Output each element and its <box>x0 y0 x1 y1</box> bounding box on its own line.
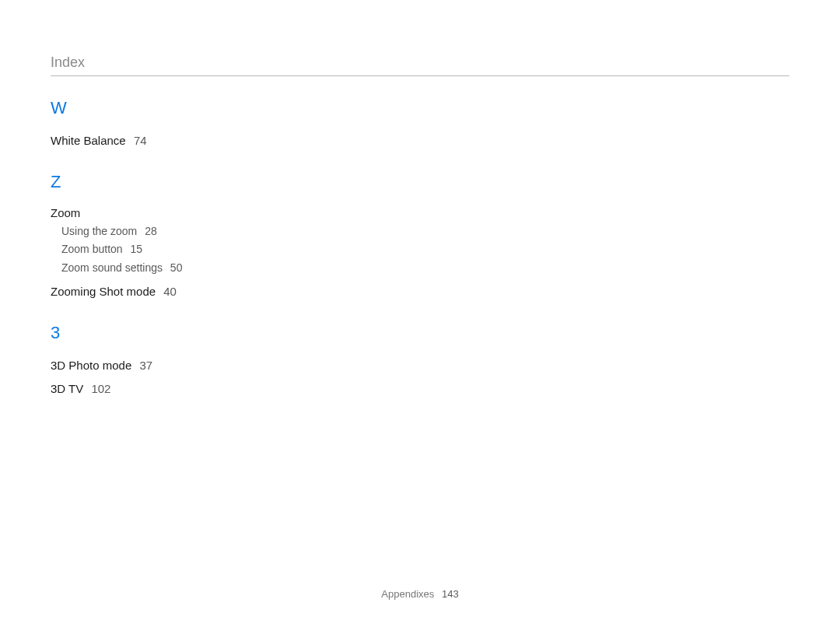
index-section-letter-w: W <box>51 98 789 118</box>
index-entry-label: 3D TV <box>51 382 83 395</box>
index-entry-white-balance: White Balance 74 <box>51 132 789 150</box>
index-subentry-zoom-button: Zoom button 15 <box>61 242 789 257</box>
index-section-letter-z: Z <box>51 172 789 192</box>
index-subentry-page: 28 <box>145 225 157 237</box>
index-entries-3: 3D Photo mode 37 3D TV 102 <box>51 357 789 398</box>
index-subentry-zoom-sound-settings: Zoom sound settings 50 <box>61 261 789 276</box>
index-entry-page: 37 <box>139 359 152 372</box>
index-entry-zoom-heading: Zoom <box>51 206 789 219</box>
index-entry-label: White Balance <box>51 134 126 147</box>
index-entries-w: White Balance 74 <box>51 132 789 150</box>
page-header-title: Index <box>51 54 789 76</box>
index-entry-3d-photo-mode: 3D Photo mode 37 <box>51 357 789 375</box>
index-subentry-label: Zoom sound settings <box>61 261 163 274</box>
index-subentry-label: Zoom button <box>61 243 123 255</box>
index-entry-3d-tv: 3D TV 102 <box>51 380 789 398</box>
index-subentry-using-the-zoom: Using the zoom 28 <box>61 224 789 240</box>
index-entries-z: Zoom Using the zoom 28 Zoom button 15 Zo… <box>51 206 789 301</box>
index-entry-page: 40 <box>163 285 177 298</box>
page-footer: Appendixes 143 <box>0 588 840 600</box>
footer-section-label: Appendixes <box>381 588 434 600</box>
index-subentry-label: Using the zoom <box>61 225 137 237</box>
index-entry-label: Zooming Shot mode <box>51 285 156 298</box>
index-subentry-page: 50 <box>170 261 183 274</box>
index-entry-label: 3D Photo mode <box>51 359 131 372</box>
index-section-letter-3: 3 <box>51 323 789 343</box>
footer-page-number: 143 <box>442 588 459 600</box>
index-entry-page: 74 <box>134 134 147 147</box>
index-entry-page: 102 <box>91 382 110 395</box>
index-entry-zooming-shot-mode: Zooming Shot mode 40 <box>51 283 789 301</box>
index-subentry-page: 15 <box>131 243 143 255</box>
